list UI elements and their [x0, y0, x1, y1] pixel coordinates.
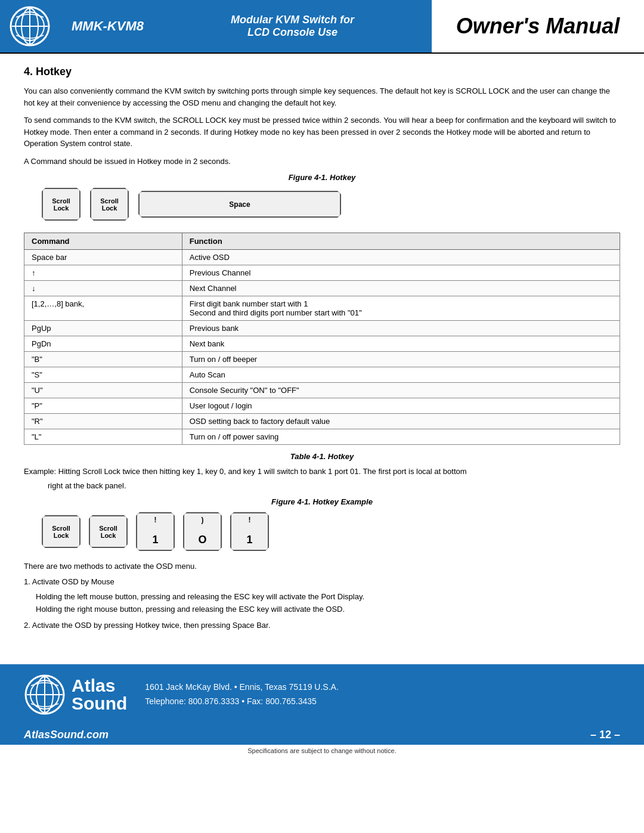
example-key-1: ! 1 — [136, 512, 175, 551]
table-row: "R"OSD setting back to factory default v… — [24, 414, 620, 429]
footer-banner: Atlas Sound 1601 Jack McKay Blvd. • Enni… — [0, 664, 644, 725]
table-row: "L"Turn on / off power saving — [24, 429, 620, 445]
table-cell-cmd: "U" — [24, 383, 182, 398]
scroll-lock-key-2: Scroll Lock — [90, 188, 129, 221]
table-cell-func: Turn on / off beeper — [182, 352, 620, 367]
table-row: [1,2,…,8] bank,First digit bank number s… — [24, 296, 620, 321]
table-cell-cmd: "S" — [24, 367, 182, 383]
example-text: Example: Hitting Scroll Lock twice then … — [24, 466, 620, 478]
osd-item2-title: 2. Activate the OSD by pressing Hotkey t… — [24, 620, 620, 631]
model-label: MMK-KVM8 — [60, 0, 156, 52]
table-cell-func: User logout / login — [182, 398, 620, 414]
table-row: ↓Next Channel — [24, 281, 620, 296]
subtitle-line1: Modular KVM Switch for — [231, 14, 354, 26]
logo-area — [0, 0, 60, 52]
subtitle-area: Modular KVM Switch for LCD Console Use — [156, 0, 429, 52]
footer-brand: Atlas Sound — [72, 677, 127, 713]
command-table: Command Function Space barActive OSD↑Pre… — [24, 233, 620, 445]
table-row: ↑Previous Channel — [24, 265, 620, 281]
footer-address: 1601 Jack McKay Blvd. • Ennis, Texas 751… — [145, 680, 338, 695]
table-row: PgUpPrevious bank — [24, 321, 620, 336]
table-cell-func: Turn on / off power saving — [182, 429, 620, 445]
table-row: "S"Auto Scan — [24, 367, 620, 383]
table-cell-cmd: ↑ — [24, 265, 182, 281]
page-header: MMK-KVM8 Modular KVM Switch for LCD Cons… — [0, 0, 644, 54]
table-cell-cmd: "R" — [24, 414, 182, 429]
table-row: PgDnNext bank — [24, 336, 620, 352]
example-scroll-lock-1: Scroll Lock — [42, 515, 80, 548]
table-row: "P"User logout / login — [24, 398, 620, 414]
hotkey-example-keys-row: Scroll Lock Scroll Lock ! 1 ) O ! 1 — [42, 512, 620, 551]
section-para1: You can also conveniently command the KV… — [24, 85, 620, 109]
footer-phone: Telephone: 800.876.3333 • Fax: 800.765.3… — [145, 695, 338, 709]
table-cell-cmd: "B" — [24, 352, 182, 367]
table-cell-cmd: PgDn — [24, 336, 182, 352]
figure1-label: Figure 4-1. Hotkey — [24, 173, 620, 182]
table-cell-func: Next bank — [182, 336, 620, 352]
table-cell-cmd: "L" — [24, 429, 182, 445]
space-key: Space — [138, 191, 341, 218]
footer-spec-notice: Specifications are subject to change wit… — [0, 745, 644, 757]
table-cell-func: Previous bank — [182, 321, 620, 336]
table-row: "B"Turn on / off beeper — [24, 352, 620, 367]
section-title: 4. Hotkey — [24, 66, 620, 78]
table-cell-cmd: Space bar — [24, 250, 182, 265]
footer-contact: 1601 Jack McKay Blvd. • Ennis, Texas 751… — [145, 680, 338, 709]
table-cell-func: Next Channel — [182, 281, 620, 296]
example-key-1b: ! 1 — [230, 512, 269, 551]
table-cell-cmd: [1,2,…,8] bank, — [24, 296, 182, 321]
osd-item1-title: 1. Activate OSD by Mouse — [24, 576, 620, 588]
table-label: Table 4-1. Hotkey — [24, 452, 620, 461]
table-cell-cmd: PgUp — [24, 321, 182, 336]
hotkey-keys-row: Scroll Lock Scroll Lock Space — [42, 188, 620, 221]
table-cell-func: Previous Channel — [182, 265, 620, 281]
footer-atlas-logo-icon — [24, 674, 66, 716]
footer-website: AtlasSound.com — [24, 729, 109, 741]
main-content: 4. Hotkey You can also conveniently comm… — [0, 54, 644, 646]
footer-page-number: – 12 – — [590, 729, 620, 741]
example-scroll-lock-2: Scroll Lock — [89, 515, 128, 548]
osd-intro: There are two methods to activate the OS… — [24, 561, 620, 572]
document-title: Owner's Manual — [429, 0, 644, 52]
footer-logo-area: Atlas Sound — [24, 674, 127, 716]
figure2-label: Figure 4-1. Hotkey Example — [24, 497, 620, 506]
table-cell-func: Active OSD — [182, 250, 620, 265]
table-col2-header: Function — [182, 233, 620, 250]
osd-list: 1. Activate OSD by Mouse Holding the lef… — [24, 576, 620, 631]
example-key-0: ) O — [183, 512, 222, 551]
section-para3: A Command should be issued in Hotkey mod… — [24, 156, 620, 168]
table-col1-header: Command — [24, 233, 182, 250]
table-row: Space barActive OSD — [24, 250, 620, 265]
table-cell-func: Console Security "ON" to "OFF" — [182, 383, 620, 398]
table-cell-cmd: ↓ — [24, 281, 182, 296]
atlas-logo-icon — [9, 5, 51, 47]
osd-item1-line1: Holding the left mouse button, pressing … — [36, 591, 620, 603]
table-row: "U"Console Security "ON" to "OFF" — [24, 383, 620, 398]
osd-item1-line2: Holding the right mouse button, pressing… — [36, 603, 620, 616]
table-cell-func: OSD setting back to factory default valu… — [182, 414, 620, 429]
section-para2: To send commands to the KVM switch, the … — [24, 114, 620, 150]
footer-bottom-bar: AtlasSound.com – 12 – — [0, 725, 644, 745]
scroll-lock-key-1: Scroll Lock — [42, 188, 80, 221]
table-cell-func: Auto Scan — [182, 367, 620, 383]
table-cell-cmd: "P" — [24, 398, 182, 414]
example-indent: right at the back panel. — [48, 480, 620, 492]
subtitle-line2: LCD Console Use — [247, 26, 338, 39]
table-cell-func: First digit bank number start with 1 Sec… — [182, 296, 620, 321]
